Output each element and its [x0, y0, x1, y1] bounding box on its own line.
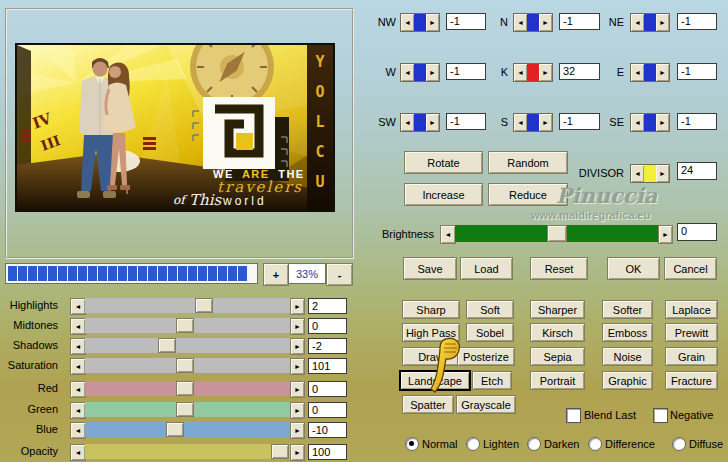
brightness-value[interactable]: 0: [677, 223, 717, 241]
fracture-filter-button[interactable]: Fracture: [665, 371, 718, 390]
e-decrease-arrow[interactable]: ◄: [631, 64, 644, 81]
divisor-spinner[interactable]: ◄►: [630, 164, 670, 183]
kernel-se-spinner[interactable]: ◄►: [630, 113, 670, 132]
darken-radio[interactable]: [527, 437, 541, 451]
blue-slider-track[interactable]: [85, 422, 290, 437]
midtones-slider-thumb[interactable]: [176, 318, 194, 333]
lighten-radio[interactable]: [466, 437, 480, 451]
zoom-progress-bar[interactable]: [5, 263, 258, 284]
k-decrease-arrow[interactable]: ◄: [514, 64, 527, 81]
soft-filter-button[interactable]: Soft: [466, 300, 514, 319]
saturation-slider-thumb[interactable]: [176, 358, 194, 373]
emboss-filter-button[interactable]: Emboss: [602, 323, 653, 342]
zoom-in-button[interactable]: +: [263, 263, 289, 286]
sobel-filter-button[interactable]: Sobel: [466, 323, 514, 342]
red-decrease-button[interactable]: ◄: [70, 381, 86, 398]
noise-filter-button[interactable]: Noise: [602, 347, 653, 366]
brightness-decrease-button[interactable]: ◄: [440, 225, 456, 244]
shadows-increase-button[interactable]: ►: [290, 338, 305, 355]
brightness-slider-thumb[interactable]: [547, 225, 567, 242]
ne-increase-arrow[interactable]: ►: [656, 14, 669, 31]
opacity-increase-button[interactable]: ►: [290, 444, 305, 461]
red-increase-button[interactable]: ►: [290, 381, 305, 398]
n-increase-arrow[interactable]: ►: [539, 14, 552, 31]
kernel-w-spinner[interactable]: ◄►: [400, 63, 440, 82]
highlights-increase-button[interactable]: ►: [290, 298, 305, 315]
midtones-slider-track[interactable]: [85, 318, 290, 333]
w-decrease-arrow[interactable]: ◄: [401, 64, 414, 81]
n-decrease-arrow[interactable]: ◄: [514, 14, 527, 31]
rotate-button[interactable]: Rotate: [404, 151, 483, 174]
high-pass-filter-button[interactable]: High Pass: [402, 323, 460, 342]
load-button[interactable]: Load: [460, 257, 513, 280]
midtones-value[interactable]: 0: [308, 318, 347, 334]
landscape-filter-button[interactable]: Landscape: [400, 371, 470, 390]
blue-increase-button[interactable]: ►: [290, 422, 305, 439]
highlights-value[interactable]: 2: [308, 298, 347, 314]
se-increase-arrow[interactable]: ►: [656, 114, 669, 131]
blend-last-checkbox[interactable]: [566, 408, 581, 423]
nw-increase-arrow[interactable]: ►: [426, 14, 439, 31]
divisor-increase-arrow[interactable]: ►: [656, 165, 669, 182]
green-value[interactable]: 0: [308, 402, 347, 418]
kernel-k-spinner[interactable]: ◄►: [513, 63, 553, 82]
negative-checkbox[interactable]: [653, 408, 668, 423]
brightness-slider-track[interactable]: [455, 225, 658, 242]
prewitt-filter-button[interactable]: Prewitt: [665, 323, 718, 342]
se-decrease-arrow[interactable]: ◄: [631, 114, 644, 131]
zoom-out-button[interactable]: -: [326, 263, 353, 286]
opacity-slider-thumb[interactable]: [271, 444, 289, 459]
highlights-decrease-button[interactable]: ◄: [70, 298, 86, 315]
sw-decrease-arrow[interactable]: ◄: [401, 114, 414, 131]
k-increase-arrow[interactable]: ►: [539, 64, 552, 81]
blue-value[interactable]: -10: [308, 422, 347, 438]
cancel-button[interactable]: Cancel: [664, 257, 717, 280]
sharp-filter-button[interactable]: Sharp: [402, 300, 460, 319]
saturation-increase-button[interactable]: ►: [290, 358, 305, 375]
diffuse-radio[interactable]: [672, 437, 686, 451]
divisor-decrease-arrow[interactable]: ◄: [631, 165, 644, 182]
s-increase-arrow[interactable]: ►: [539, 114, 552, 131]
brightness-increase-button[interactable]: ►: [658, 225, 673, 244]
kernel-sw-spinner[interactable]: ◄►: [400, 113, 440, 132]
red-slider-track[interactable]: [85, 381, 290, 396]
grayscale-filter-button[interactable]: Grayscale: [456, 395, 516, 414]
normal-radio[interactable]: [405, 437, 419, 451]
kernel-e-value[interactable]: -1: [677, 63, 717, 80]
green-slider-thumb[interactable]: [176, 402, 194, 417]
ok-button[interactable]: OK: [607, 257, 660, 280]
kernel-s-spinner[interactable]: ◄►: [513, 113, 553, 132]
kernel-se-value[interactable]: -1: [677, 113, 717, 130]
saturation-value[interactable]: 101: [308, 358, 347, 374]
draw-filter-button[interactable]: Draw: [402, 347, 460, 366]
save-button[interactable]: Save: [403, 257, 457, 280]
nw-decrease-arrow[interactable]: ◄: [401, 14, 414, 31]
saturation-slider-track[interactable]: [85, 358, 290, 373]
saturation-decrease-button[interactable]: ◄: [70, 358, 86, 375]
increase-button[interactable]: Increase: [404, 183, 483, 206]
graphic-filter-button[interactable]: Graphic: [602, 371, 653, 390]
grain-filter-button[interactable]: Grain: [665, 347, 718, 366]
green-decrease-button[interactable]: ◄: [70, 402, 86, 419]
green-increase-button[interactable]: ►: [290, 402, 305, 419]
shadows-value[interactable]: -2: [308, 338, 347, 354]
reset-button[interactable]: Reset: [530, 257, 588, 280]
highlights-slider-thumb[interactable]: [195, 298, 213, 313]
e-increase-arrow[interactable]: ►: [656, 64, 669, 81]
shadows-decrease-button[interactable]: ◄: [70, 338, 86, 355]
midtones-decrease-button[interactable]: ◄: [70, 318, 86, 335]
red-slider-thumb[interactable]: [176, 381, 194, 396]
shadows-slider-track[interactable]: [85, 338, 290, 353]
kernel-n-spinner[interactable]: ◄►: [513, 13, 553, 32]
highlights-slider-track[interactable]: [85, 298, 290, 313]
kernel-nw-spinner[interactable]: ◄►: [400, 13, 440, 32]
blue-slider-thumb[interactable]: [166, 422, 184, 437]
kirsch-filter-button[interactable]: Kirsch: [530, 323, 585, 342]
posterize-filter-button[interactable]: Posterize: [457, 347, 515, 366]
portrait-filter-button[interactable]: Portrait: [530, 371, 585, 390]
opacity-decrease-button[interactable]: ◄: [70, 444, 86, 461]
difference-radio[interactable]: [588, 437, 602, 451]
opacity-value[interactable]: 100: [308, 444, 347, 460]
midtones-increase-button[interactable]: ►: [290, 318, 305, 335]
sepia-filter-button[interactable]: Sepia: [530, 347, 585, 366]
